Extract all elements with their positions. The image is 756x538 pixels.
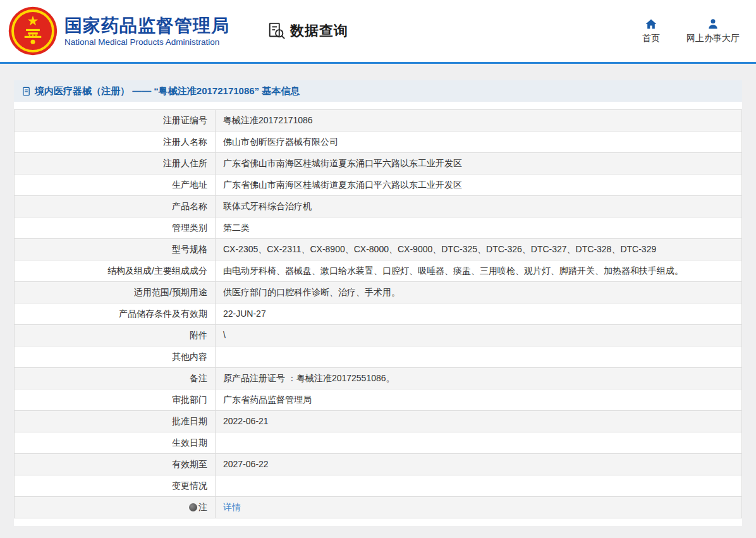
row-value: 2027-06-22 [216,454,742,475]
breadcrumb: 境内医疗器械（注册） —— “粤械注准20172171086” 基本信息 [14,80,742,102]
header-nav: 首页 网上办事大厅 [642,18,740,44]
table-row: 管理类别第二类 [15,217,742,239]
row-label: 注册证编号 [15,110,216,131]
row-label: 有效期至 [15,454,216,475]
row-value: 佛山市创昕医疗器械有限公司 [216,131,742,153]
row-value: 原产品注册证号 ：粤械注准20172551086。 [216,368,742,389]
row-label: 注册人住所 [15,153,216,174]
row-label: 产品名称 [15,196,216,217]
table-row: 适用范围/预期用途供医疗部门的口腔科作诊断、治疗、手术用。 [15,282,742,303]
person-icon [707,18,719,30]
row-label: 备注 [15,368,216,389]
table-row: 注册证编号粤械注准20172171086 [15,110,742,131]
site-header: 国家药品监督管理局 National Medical Products Admi… [0,0,756,64]
row-value: 详情 [216,497,742,518]
row-label: 产品储存条件及有效期 [15,303,216,325]
row-value: 由电动牙科椅、器械盘、漱口给水装置、口腔灯、吸唾器、痰盂、三用喷枪、观片灯、脚踏… [216,260,742,282]
row-label: 批准日期 [15,411,216,432]
detail-link[interactable]: 详情 [223,502,241,512]
row-value: 2022-06-21 [216,411,742,432]
org-name-en: National Medical Products Administration [64,37,229,47]
nmpa-emblem-logo [8,6,58,56]
row-label: 型号规格 [15,239,216,260]
row-label: 注册人名称 [15,131,216,153]
table-row: 备注原产品注册证号 ：粤械注准20172551086。 [15,368,742,389]
table-row: 注册人名称佛山市创昕医疗器械有限公司 [15,131,742,153]
nav-home-label: 首页 [642,33,660,44]
table-row: 审批部门广东省药品监督管理局 [15,389,742,411]
row-label: 注 [15,497,216,518]
home-icon [645,18,657,30]
row-label: 附件 [15,325,216,346]
row-label: 生产地址 [15,174,216,196]
data-query-section: 数据查询 [267,21,348,40]
table-row: 其他内容 [15,346,742,368]
page: 国家药品监督管理局 National Medical Products Admi… [0,0,756,538]
row-label: 结构及组成/主要组成成分 [15,260,216,282]
table-row: 注详情 [15,497,742,518]
row-value: 广东省佛山市南海区桂城街道夏东涌口平六路以东工业开发区 [216,153,742,174]
table-row: 产品储存条件及有效期22-JUN-27 [15,303,742,325]
row-value: CX-2305、CX-2311、CX-8900、CX-8000、CX-9000、… [216,239,742,260]
nav-home[interactable]: 首页 [642,18,660,44]
row-value: 广东省佛山市南海区桂城街道夏东涌口平六路以东工业开发区 [216,174,742,196]
table-row: 有效期至2027-06-22 [15,454,742,475]
org-name-zh: 国家药品监督管理局 [64,15,229,37]
table-row: 附件\ [15,325,742,346]
row-value [216,475,742,497]
row-label: 变更情况 [15,475,216,497]
nav-service-hall[interactable]: 网上办事大厅 [686,18,740,44]
row-label: 其他内容 [15,346,216,368]
row-value: 第二类 [216,217,742,239]
document-icon [21,87,31,96]
row-label: 适用范围/预期用途 [15,282,216,303]
info-table-body: 注册证编号粤械注准20172171086注册人名称佛山市创昕医疗器械有限公司注册… [15,110,742,518]
note-icon [189,503,197,511]
table-row: 生产地址广东省佛山市南海区桂城街道夏东涌口平六路以东工业开发区 [15,174,742,196]
row-value: \ [216,325,742,346]
table-row: 型号规格CX-2305、CX-2311、CX-8900、CX-8000、CX-9… [15,239,742,260]
table-row: 注册人住所广东省佛山市南海区桂城街道夏东涌口平六路以东工业开发区 [15,153,742,174]
row-label: 生效日期 [15,432,216,454]
row-value: 粤械注准20172171086 [216,110,742,131]
table-row: 结构及组成/主要组成成分由电动牙科椅、器械盘、漱口给水装置、口腔灯、吸唾器、痰盂… [15,260,742,282]
row-label: 管理类别 [15,217,216,239]
section-title: 数据查询 [290,21,348,40]
document-search-icon [267,21,286,40]
registration-info-table: 注册证编号粤械注准20172171086注册人名称佛山市创昕医疗器械有限公司注册… [14,109,742,518]
row-value: 联体式牙科综合治疗机 [216,196,742,217]
info-card: 境内医疗器械（注册） —— “粤械注准20172171086” 基本信息 注册证… [14,80,742,526]
org-names: 国家药品监督管理局 National Medical Products Admi… [64,15,229,47]
row-value: 供医疗部门的口腔科作诊断、治疗、手术用。 [216,282,742,303]
table-row: 批准日期2022-06-21 [15,411,742,432]
table-row: 产品名称联体式牙科综合治疗机 [15,196,742,217]
content-area: 境内医疗器械（注册） —— “粤械注准20172171086” 基本信息 注册证… [0,64,756,526]
national-emblem-icon [8,6,58,56]
row-value [216,432,742,454]
nav-service-hall-label: 网上办事大厅 [686,33,740,44]
row-value: 广东省药品监督管理局 [216,389,742,411]
page-title: 境内医疗器械（注册） —— “粤械注准20172171086” 基本信息 [35,85,300,97]
row-value: 22-JUN-27 [216,303,742,325]
row-value [216,346,742,368]
table-row: 变更情况 [15,475,742,497]
row-label: 审批部门 [15,389,216,411]
table-row: 生效日期 [15,432,742,454]
